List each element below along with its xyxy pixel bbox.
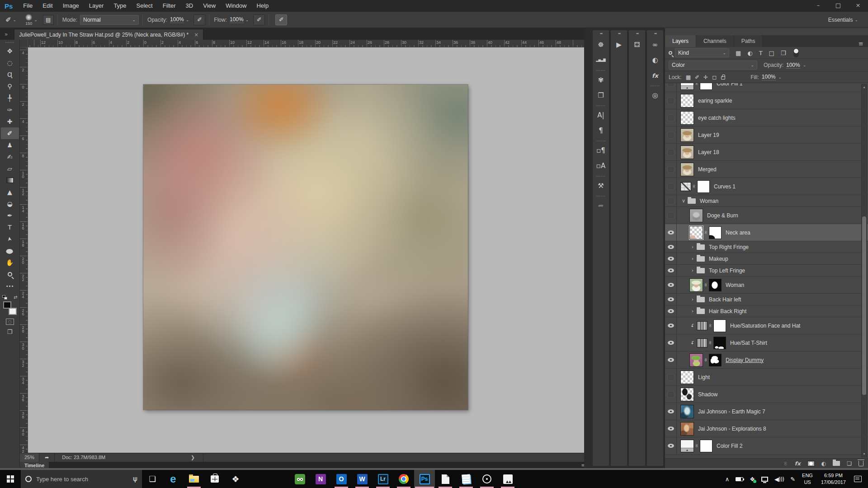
dropbox-app[interactable]: ❖ [225,470,246,488]
minimize-button[interactable]: – [808,0,828,11]
menu-select[interactable]: Select [132,2,158,9]
layer-row-body[interactable]: ›Hair Back Right [677,305,868,317]
lock-position-icon[interactable]: ✛ [703,74,708,80]
action-center-icon[interactable] [854,476,862,482]
layer-row-body[interactable]: ↴∞Hue/Sat T-Shirt [677,334,868,351]
status-chevron-icon[interactable]: ❯ [189,453,196,462]
ellipse-shape-tool[interactable]: ● [1,245,19,257]
layer-row-body[interactable]: earing sparkle [677,92,868,109]
clone-stamp-tool[interactable]: ♟ [1,139,19,151]
visibility-toggle[interactable] [665,161,677,178]
visibility-toggle[interactable] [665,127,677,143]
layer-row[interactable]: ›Hair Back Right [665,305,868,317]
hand-tool[interactable]: ✋ [1,257,19,268]
quick-mask-button[interactable]: ◌ [6,319,14,325]
layer-row-body[interactable]: eye catch lights [677,109,868,126]
libraries-3d-icon[interactable]: ⚃ [629,37,645,52]
layer-row[interactable]: ∞Neck area [665,224,868,241]
layer-row[interactable]: Layer 18 [665,144,868,161]
color-wheel-icon[interactable]: ☸ [593,37,609,52]
visibility-toggle[interactable] [665,241,677,253]
spot-healing-tool[interactable]: ✚ [1,116,19,127]
lasso-tool[interactable]: Ɋ [1,69,19,80]
new-adjustment-layer-icon[interactable]: ◐ [821,460,826,467]
task-view-button[interactable]: ❏ [142,470,163,488]
layer-row-body[interactable]: ›Back Hair left [677,294,868,305]
close-button[interactable]: × [848,0,868,11]
layer-thumbnail[interactable] [680,182,691,191]
visibility-toggle[interactable] [665,369,677,385]
layer-row-body[interactable]: Light [677,369,868,385]
marquee-tool[interactable]: ◌ [1,57,19,69]
layer-thumbnail[interactable] [680,83,694,90]
battery-icon[interactable] [736,477,743,481]
lock-artboard-icon[interactable]: ◻ [712,74,717,80]
filter-pixel-layers-icon[interactable]: ▦ [736,50,741,56]
visibility-toggle[interactable] [665,144,677,160]
menu-layer[interactable]: Layer [84,2,109,9]
type-tool[interactable]: T [1,221,19,233]
word-app[interactable]: W [352,470,373,488]
visibility-toggle[interactable] [665,403,677,420]
layer-row-body[interactable]: ∞Curves 1 [677,178,868,195]
scroll-down-icon[interactable]: ▾ [862,451,867,457]
visibility-toggle[interactable] [665,386,677,403]
dodge-tool[interactable]: ◒ [1,198,19,210]
edge-app[interactable]: e [163,470,184,488]
panel-menu-icon[interactable]: ≡ [859,40,868,47]
crop-tool[interactable]: ╄ [1,92,19,104]
delete-layer-icon[interactable] [859,461,863,466]
layer-thumbnail[interactable] [680,145,694,159]
layer-thumbnail[interactable] [697,338,708,347]
layer-row[interactable]: ›Top Left Fringe [665,265,868,277]
language-indicator[interactable]: ENG US [802,472,813,486]
store-app[interactable] [204,470,225,488]
layer-row[interactable]: Shadow [665,386,868,403]
collapse-dock-icon[interactable]: ◂◂ [618,30,620,37]
visibility-toggle[interactable] [665,352,677,368]
zoom-level-field[interactable]: 25% [20,453,39,462]
actions-play-icon[interactable]: ▶ [611,37,627,52]
photoshop-app[interactable]: Ps [414,470,435,488]
layer-thumbnail[interactable] [689,226,703,239]
layer-row-body[interactable]: ›Top Right Fringe [677,241,868,253]
menu-edit[interactable]: Edit [38,2,57,9]
menu-image[interactable]: Image [58,2,84,9]
gradient-tool[interactable] [1,174,19,186]
photos-app[interactable]: ▲▲ [497,470,518,488]
group-chevron-icon[interactable]: ∨ [680,198,687,204]
collapse-dock-icon[interactable]: ◂◂ [636,30,638,37]
onenote-app[interactable]: N [310,470,331,488]
visibility-toggle[interactable] [665,178,677,195]
layer-row[interactable]: ∞Woman [665,277,868,294]
visibility-toggle[interactable] [665,305,677,317]
eraser-tool[interactable]: ▱ [1,163,19,174]
new-layer-icon[interactable]: ❏ [847,460,852,467]
layer-row-body[interactable]: ↴∞Hue/Saturation Face and Hat [677,317,868,334]
layer-row-body[interactable]: Shadow [677,386,868,403]
tab-channels[interactable]: Channels [696,35,734,47]
canvas-document[interactable] [143,84,468,410]
layer-row-body[interactable]: ∞Woman [677,277,868,293]
visibility-toggle[interactable] [665,109,677,126]
history-brush-tool[interactable]: ✍ [1,151,19,163]
lock-all-icon[interactable] [721,76,725,80]
collapse-panels-icon[interactable]: » [0,31,14,40]
tool-presets-icon[interactable]: ⚒ [593,178,609,193]
record-app[interactable] [476,470,497,488]
layer-thumbnail[interactable] [689,278,703,292]
layer-row[interactable]: Layer 19 [665,127,868,144]
layer-thumbnail[interactable] [689,353,703,367]
layer-thumbnail[interactable] [680,371,694,384]
layer-row[interactable]: Doge & Burn [665,207,868,224]
brush-picker-caret-icon[interactable]: ⌄ [34,18,38,22]
visibility-toggle[interactable] [665,265,677,276]
file-explorer-app[interactable] [184,470,204,488]
layer-thumbnail[interactable] [680,388,694,401]
pen-settings-icon[interactable]: ✎ [790,476,795,483]
layer-thumbnail[interactable] [680,94,694,108]
menu-view[interactable]: View [198,2,221,9]
canvas-workspace[interactable] [28,47,584,453]
opacity-caret-icon[interactable]: ⌄ [803,63,807,67]
document-size-field[interactable]: Doc: 23.7M/983.8M ❯ [54,453,203,462]
